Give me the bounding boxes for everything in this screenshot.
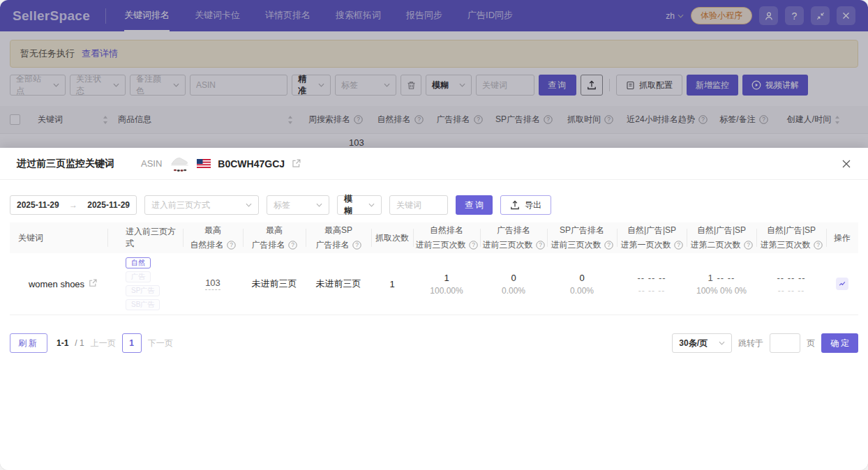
col-label: 广告排名: [497, 225, 530, 236]
modal-header: 进过前三页监控关键词 ASIN B0CWH47GCJ: [0, 148, 868, 180]
col-label: 进第二页次数: [691, 239, 741, 251]
modal-table: 关键词 进入前三页方式 最高 自然排名 ? 最高 广告排名 ? 最高SP: [10, 222, 858, 315]
max-organic-rank-link[interactable]: 103: [205, 278, 220, 290]
entry-tag-faded: SP广告: [126, 285, 160, 296]
entry-mode-placeholder: 进入前三页方式: [151, 199, 210, 211]
col-actions: 操作: [826, 222, 858, 253]
svg-text:?: ?: [539, 241, 542, 248]
max-ad-rank-value: 未进前三页: [252, 278, 297, 290]
modal-tag-select[interactable]: 标签: [267, 195, 329, 215]
crawl-count-value: 1: [389, 279, 394, 289]
svg-text:?: ?: [472, 241, 475, 248]
info-icon[interactable]: ?: [604, 241, 613, 250]
organic-top3-count: 1: [444, 273, 449, 283]
page1-counts: -- -- --: [637, 273, 666, 283]
entry-tag-faded: 广告: [126, 271, 151, 282]
cell-sp-top3: 0 0.00%: [547, 273, 617, 296]
trend-chart-button[interactable]: [836, 278, 848, 290]
modal-keyword-input[interactable]: [389, 195, 448, 215]
info-icon[interactable]: ?: [288, 241, 297, 250]
jump-page-input[interactable]: [770, 333, 800, 353]
col-organic-top3: 自然排名 进前三页次数 ?: [413, 222, 480, 253]
svg-text:?: ?: [677, 241, 680, 248]
info-icon[interactable]: ?: [469, 241, 478, 250]
info-icon[interactable]: ?: [674, 241, 683, 250]
col-label: 进第三页次数: [761, 239, 811, 251]
modal-search-button[interactable]: 查询: [456, 195, 493, 215]
cell-page1: -- -- -- -- -- --: [617, 273, 687, 296]
col-ad-top3: 广告排名 进前三页次数 ?: [480, 222, 547, 253]
entry-mode-select[interactable]: 进入前三页方式: [144, 195, 259, 215]
col-page1-counts: 自然|广告|SP 进第一页次数 ?: [617, 222, 687, 253]
pagination-total: / 1: [75, 338, 84, 348]
external-link-icon[interactable]: [89, 279, 97, 287]
modal-filter-row: 2025-11-29 → 2025-11-29 进入前三页方式 标签 模糊 查询: [0, 180, 868, 215]
svg-text:?: ?: [607, 241, 611, 248]
col-label: 广告排名: [316, 239, 350, 251]
sp-top3-count: 0: [579, 273, 584, 283]
col-keyword: 关键词: [10, 222, 107, 253]
col-label: 抓取次数: [375, 232, 409, 244]
ad-top3-pct: 0.00%: [502, 286, 525, 296]
col-max-ad: 最高 广告排名 ?: [243, 222, 306, 253]
date-range-picker[interactable]: 2025-11-29 → 2025-11-29: [10, 195, 137, 215]
entry-tag-organic: 自然: [126, 257, 151, 268]
current-page-button[interactable]: 1: [122, 333, 142, 353]
modal-title: 进过前三页监控关键词: [17, 158, 114, 170]
date-from: 2025-11-29: [17, 200, 59, 210]
modal-fuzzy-select[interactable]: 模糊: [337, 195, 382, 215]
col-label: 操作: [834, 232, 851, 244]
col-label: 进前三页次数: [551, 239, 601, 251]
next-page-button[interactable]: 下一页: [148, 338, 173, 349]
ad-top3-count: 0: [511, 273, 516, 283]
cell-page3: -- -- -- -- -- --: [756, 273, 826, 296]
upload-icon: [510, 200, 520, 210]
cell-max-sp: 未进前三页: [306, 278, 371, 290]
info-icon[interactable]: ?: [227, 241, 236, 250]
organic-top3-pct: 100.00%: [430, 286, 463, 296]
date-to: 2025-11-29: [87, 200, 130, 210]
col-label: 关键词: [18, 232, 43, 244]
cell-entry-tags: 自然 广告 SP广告 SB广告: [107, 257, 183, 310]
col-label: 进入前三页方式: [126, 226, 183, 250]
info-icon[interactable]: ?: [814, 241, 823, 250]
page2-pcts: 100% 0% 0%: [696, 286, 747, 296]
chevron-down-icon: [719, 341, 725, 345]
keyword-text: women shoes: [29, 279, 84, 289]
svg-text:?: ?: [355, 241, 359, 248]
col-label: SP广告排名: [560, 225, 604, 236]
modal-tag-placeholder: 标签: [274, 199, 290, 211]
prev-page-button[interactable]: 上一页: [91, 338, 116, 349]
modal-dim-overlay[interactable]: [0, 0, 868, 148]
cell-max-organic: 103: [183, 278, 243, 290]
page-size-value: 30条/页: [679, 338, 708, 349]
col-label: 自然排名: [190, 239, 224, 251]
col-label: 最高: [204, 225, 221, 236]
cell-actions: [826, 278, 858, 290]
cell-page2: 1 -- -- 100% 0% 0%: [687, 273, 756, 296]
modal-close-button[interactable]: [841, 159, 851, 169]
app-window: SellerSpace 关键词排名 关键词卡位 详情页排名 搜索框拓词 报告同步…: [0, 0, 868, 470]
confirm-jump-button[interactable]: 确定: [821, 333, 858, 353]
sp-top3-pct: 0.00%: [570, 286, 594, 296]
svg-text:?: ?: [230, 241, 233, 248]
page-size-select[interactable]: 30条/页: [672, 333, 732, 353]
col-label: 自然排名: [430, 225, 463, 236]
product-image: [169, 154, 190, 173]
col-label: 进前三页次数: [483, 239, 533, 251]
page3-counts: -- -- --: [777, 273, 805, 283]
refresh-button[interactable]: 刷新: [10, 333, 47, 353]
external-link-icon[interactable]: [292, 159, 301, 168]
col-crawl-count: 抓取次数: [371, 222, 413, 253]
export-button[interactable]: 导出: [500, 195, 551, 215]
info-icon[interactable]: ?: [744, 241, 753, 250]
cell-crawl-count: 1: [371, 279, 413, 289]
cell-organic-top3: 1 100.00%: [413, 273, 480, 296]
jump-label: 跳转于: [738, 338, 763, 349]
max-sp-rank-value: 未进前三页: [316, 278, 361, 290]
svg-text:?: ?: [816, 241, 820, 248]
page1-pcts: -- -- --: [638, 286, 666, 296]
page2-counts: 1 -- --: [708, 273, 735, 283]
info-icon[interactable]: ?: [536, 241, 545, 250]
info-icon[interactable]: ?: [352, 241, 361, 250]
